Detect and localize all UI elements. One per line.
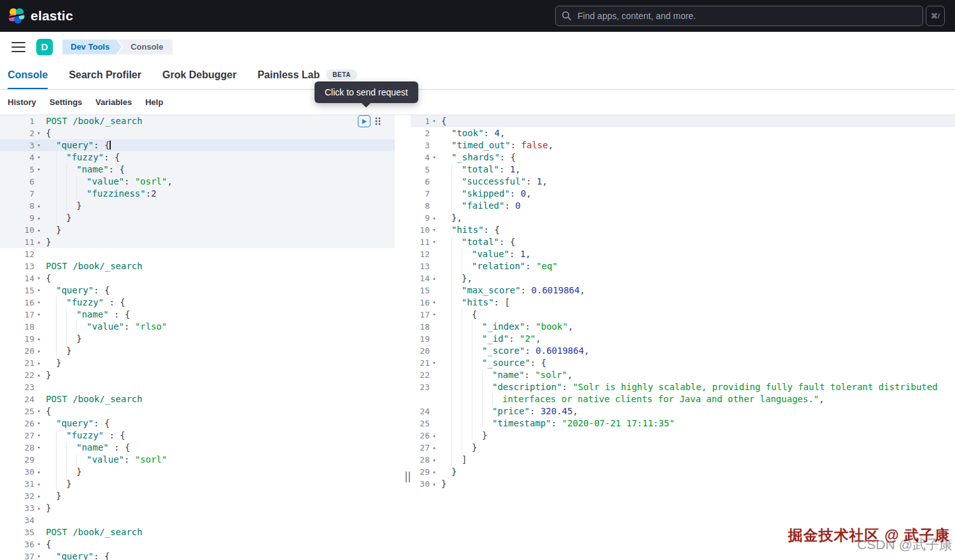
- fold-toggle-icon[interactable]: ▾: [34, 405, 43, 417]
- response-line: 17▾{: [411, 309, 955, 321]
- tab-grok-debugger[interactable]: Grok Debugger: [162, 62, 236, 89]
- request-line[interactable]: 29"value": "sorl": [0, 454, 395, 466]
- response-viewer[interactable]: 1▾{2"took": 4,3"timed_out": false,4▾"_sh…: [411, 115, 955, 560]
- fold-toggle-icon[interactable]: ▾: [34, 127, 43, 139]
- request-editor[interactable]: 1POST /book/_search2▾{3▾"query": {4▾"fuz…: [0, 115, 405, 560]
- fold-toggle-icon[interactable]: ▾: [430, 236, 439, 248]
- fold-toggle-icon[interactable]: ▴: [34, 490, 43, 502]
- fold-toggle-icon[interactable]: ▴: [34, 478, 43, 490]
- fold-toggle-icon[interactable]: ▾: [430, 297, 439, 309]
- request-line[interactable]: 27▾"fuzzy" : {: [0, 430, 395, 442]
- fold-toggle-icon[interactable]: ▴: [34, 502, 43, 514]
- request-line[interactable]: 26▾"query": {: [0, 417, 395, 430]
- request-line[interactable]: 13POST /book/_search: [0, 260, 395, 272]
- fold-toggle-icon[interactable]: ▴: [34, 369, 43, 381]
- fold-toggle-icon[interactable]: ▴: [430, 478, 439, 490]
- fold-toggle-icon[interactable]: ▴: [430, 454, 439, 466]
- request-line[interactable]: 10▴}: [0, 224, 395, 236]
- request-line[interactable]: 34: [0, 514, 395, 526]
- menu-settings[interactable]: Settings: [50, 97, 82, 107]
- fold-toggle-icon[interactable]: ▾: [34, 550, 43, 560]
- fold-toggle-icon[interactable]: ▾: [34, 430, 43, 442]
- request-line[interactable]: 12: [0, 248, 395, 260]
- fold-toggle-icon[interactable]: ▾: [34, 284, 43, 297]
- request-line[interactable]: 24POST /book/_search: [0, 393, 395, 405]
- request-line[interactable]: 3▾"query": {: [0, 139, 395, 151]
- request-line[interactable]: 37▾"query": {: [0, 550, 395, 560]
- code-text: "fuzzy" : {: [43, 430, 125, 442]
- fold-toggle-icon[interactable]: ▴: [430, 272, 439, 284]
- request-line[interactable]: 33▴}: [0, 502, 395, 514]
- request-line[interactable]: 36▾{: [0, 538, 395, 550]
- elastic-logo[interactable]: elastic: [8, 8, 73, 24]
- line-number: 23: [0, 381, 34, 393]
- request-line[interactable]: 8▴}: [0, 200, 395, 212]
- fold-toggle-icon[interactable]: ▾: [34, 139, 43, 151]
- request-line[interactable]: 16▾"fuzzy" : {: [0, 297, 395, 309]
- request-line[interactable]: 31▴}: [0, 478, 395, 490]
- fold-toggle-icon[interactable]: ▴: [34, 224, 43, 236]
- fold-toggle-icon[interactable]: ▴: [430, 442, 439, 454]
- fold-toggle-icon[interactable]: ▾: [34, 151, 43, 164]
- fold-toggle-icon[interactable]: ▾: [430, 115, 439, 127]
- request-line[interactable]: 5▾"name": {: [0, 164, 395, 176]
- request-line[interactable]: 7"fuzziness":2: [0, 188, 395, 200]
- fold-toggle-icon[interactable]: ▴: [430, 430, 439, 442]
- fold-toggle-icon[interactable]: ▴: [34, 357, 43, 369]
- breadcrumb-dev-tools[interactable]: Dev Tools: [62, 39, 122, 55]
- request-line[interactable]: 18"value": "rlso": [0, 321, 395, 333]
- request-line[interactable]: 2▾{: [0, 127, 395, 139]
- breadcrumb-console[interactable]: Console: [117, 39, 173, 55]
- request-line[interactable]: 4▾"fuzzy": {: [0, 151, 395, 164]
- fold-toggle-icon[interactable]: ▴: [34, 466, 43, 478]
- fold-toggle-icon[interactable]: ▴: [34, 212, 43, 224]
- fold-toggle-icon[interactable]: ▾: [430, 224, 439, 236]
- menu-icon[interactable]: [11, 42, 25, 52]
- fold-toggle-icon[interactable]: ▾: [34, 417, 43, 430]
- fold-toggle-icon[interactable]: ▴: [34, 236, 43, 248]
- request-line[interactable]: 11▴}: [0, 236, 395, 248]
- space-avatar[interactable]: D: [36, 39, 53, 55]
- pane-resizer[interactable]: [405, 115, 411, 560]
- fold-toggle-icon[interactable]: ▾: [34, 538, 43, 550]
- fold-toggle-icon[interactable]: ▴: [430, 466, 439, 478]
- text-cursor: [110, 141, 111, 150]
- line-number: 28: [0, 442, 34, 454]
- request-line[interactable]: 9▴}: [0, 212, 395, 224]
- fold-toggle-icon[interactable]: ▾: [34, 272, 43, 284]
- request-line[interactable]: 21▴}: [0, 357, 395, 369]
- request-line[interactable]: 15▾"query": {: [0, 284, 395, 297]
- fold-toggle-icon[interactable]: ▾: [430, 151, 439, 164]
- request-line[interactable]: 20▴}: [0, 345, 395, 357]
- fold-toggle-icon[interactable]: ▾: [34, 164, 43, 176]
- request-line[interactable]: 6"value": "osrl",: [0, 176, 395, 188]
- fold-toggle-icon[interactable]: ▾: [34, 442, 43, 454]
- global-search-input[interactable]: [555, 6, 923, 26]
- request-line[interactable]: 28▾"name" : {: [0, 442, 395, 454]
- request-line[interactable]: 17▾"name" : {: [0, 309, 395, 321]
- request-line[interactable]: 1POST /book/_search: [0, 115, 395, 127]
- fold-toggle-icon[interactable]: ▾: [34, 309, 43, 321]
- request-line[interactable]: 30▴}: [0, 466, 395, 478]
- fold-toggle-icon[interactable]: ▾: [430, 357, 439, 369]
- menu-help[interactable]: Help: [145, 97, 163, 107]
- request-options-button[interactable]: [374, 116, 381, 126]
- request-line[interactable]: 23: [0, 381, 395, 393]
- request-line[interactable]: 14▾{: [0, 272, 395, 284]
- request-line[interactable]: 32▴}: [0, 490, 395, 502]
- fold-toggle-icon[interactable]: ▾: [430, 309, 439, 321]
- request-line[interactable]: 35POST /book/_search: [0, 526, 395, 538]
- menu-variables[interactable]: Variables: [96, 97, 132, 107]
- request-line[interactable]: 22▴}: [0, 369, 395, 381]
- fold-toggle-icon[interactable]: ▾: [34, 297, 43, 309]
- fold-toggle-icon[interactable]: ▴: [34, 333, 43, 345]
- request-line[interactable]: 25▾{: [0, 405, 395, 417]
- fold-toggle-icon[interactable]: ▴: [34, 345, 43, 357]
- tab-console[interactable]: Console: [8, 62, 48, 89]
- request-line[interactable]: 19▴}: [0, 333, 395, 345]
- send-request-button[interactable]: [358, 115, 371, 127]
- menu-history[interactable]: History: [8, 97, 36, 107]
- fold-toggle-icon[interactable]: ▴: [34, 200, 43, 212]
- fold-toggle-icon[interactable]: ▴: [430, 212, 439, 224]
- tab-search-profiler[interactable]: Search Profiler: [69, 62, 141, 89]
